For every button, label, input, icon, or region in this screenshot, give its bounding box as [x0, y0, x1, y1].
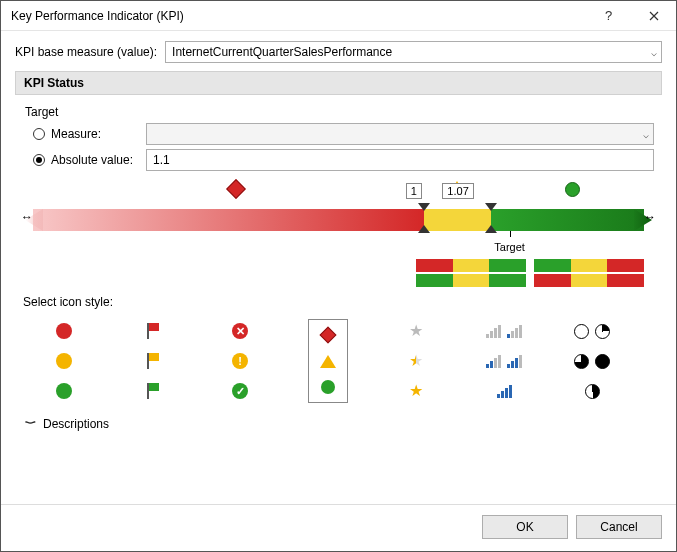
base-measure-value: InternetCurrentQuarterSalesPerformance: [172, 45, 392, 59]
titlebar: Key Performance Indicator (KPI) ?: [1, 1, 676, 31]
iconstyle-circles[interactable]: [45, 318, 83, 344]
iconstyle-shapes-selected[interactable]: [308, 319, 348, 403]
base-measure-row: KPI base measure (value): InternetCurren…: [15, 41, 662, 63]
target-absolute-row: Absolute value: 1.1: [23, 149, 654, 171]
color-scale-thumbs: [23, 259, 644, 287]
iconstyle-stars[interactable]: ★: [397, 378, 435, 404]
help-button[interactable]: ?: [586, 1, 631, 31]
color-scale-gyr[interactable]: [534, 259, 644, 287]
kpi-status-header: KPI Status: [15, 71, 662, 95]
iconstyle-circles[interactable]: [45, 378, 83, 404]
iconstyle-rimsymbols[interactable]: ✓: [221, 378, 259, 404]
descriptions-label: Descriptions: [43, 417, 109, 431]
radio-absolute[interactable]: [33, 154, 45, 166]
iconstyle-pies[interactable]: [573, 318, 611, 344]
radio-measure-label: Measure:: [51, 127, 146, 141]
slider-extend-right-icon[interactable]: ↔: [644, 210, 656, 224]
target-label: Target: [25, 105, 654, 119]
radio-absolute-label: Absolute value:: [51, 153, 146, 167]
threshold2-handle[interactable]: [485, 203, 497, 237]
absolute-value-text: 1.1: [153, 153, 170, 167]
chevron-collapse-icon: ︾: [25, 418, 37, 428]
iconstyle-pies[interactable]: [573, 348, 611, 374]
target-measure-row: Measure: ⌵: [23, 123, 654, 145]
target-measure-select[interactable]: ⌵: [146, 123, 654, 145]
iconstyle-rimsymbols[interactable]: !: [221, 348, 259, 374]
red-diamond-icon: [226, 179, 246, 199]
green-circle-icon: [565, 182, 580, 197]
status-shape-lane: [33, 179, 644, 201]
threshold2-value[interactable]: 1.07: [442, 183, 473, 199]
iconstyle-bars[interactable]: [485, 348, 523, 374]
dialog-content: KPI base measure (value): InternetCurren…: [1, 31, 676, 504]
iconstyle-stars[interactable]: ★: [397, 318, 435, 344]
iconstyle-flags[interactable]: [133, 348, 171, 374]
ok-label: OK: [516, 520, 533, 534]
iconstyle-stars[interactable]: ★: [397, 348, 435, 374]
descriptions-toggle[interactable]: ︾ Descriptions: [25, 415, 654, 432]
radio-measure[interactable]: [33, 128, 45, 140]
base-measure-label: KPI base measure (value):: [15, 45, 157, 59]
close-icon: [649, 11, 659, 21]
kpi-status-body: Target Measure: ⌵ Absolute value: 1.1 ↔: [15, 95, 662, 442]
iconstyle-flags[interactable]: [133, 378, 171, 404]
color-scale-ryg[interactable]: [416, 259, 526, 287]
iconstyle-rimsymbols[interactable]: ✕: [221, 318, 259, 344]
base-measure-select[interactable]: InternetCurrentQuarterSalesPerformance ⌵: [165, 41, 662, 63]
iconstyle-circles[interactable]: [45, 348, 83, 374]
absolute-value-input[interactable]: 1.1: [146, 149, 654, 171]
iconstyle-flags[interactable]: [133, 318, 171, 344]
icon-style-label: Select icon style:: [23, 295, 654, 309]
iconstyle-pies[interactable]: [573, 378, 611, 404]
target-caption: Target: [494, 241, 525, 253]
threshold1-handle[interactable]: [418, 203, 430, 237]
target-tick: [510, 231, 511, 237]
chevron-down-icon: ⌵: [651, 47, 657, 58]
iconstyle-bars[interactable]: [485, 378, 523, 404]
threshold-gradient[interactable]: 1 1.07 Target: [33, 209, 644, 231]
threshold-slider: ↔ 1 1.07 Target ↔: [23, 179, 654, 255]
cancel-button[interactable]: Cancel: [576, 515, 662, 539]
iconstyle-bars[interactable]: [485, 318, 523, 344]
close-button[interactable]: [631, 1, 676, 31]
window-title: Key Performance Indicator (KPI): [11, 9, 586, 23]
ok-button[interactable]: OK: [482, 515, 568, 539]
chevron-down-icon: ⌵: [643, 129, 649, 140]
dialog-footer: OK Cancel: [1, 504, 676, 551]
threshold1-value[interactable]: 1: [406, 183, 422, 199]
icon-style-grid: ✕ ! ✓ ★ ★ ★: [23, 317, 654, 405]
cancel-label: Cancel: [600, 520, 637, 534]
